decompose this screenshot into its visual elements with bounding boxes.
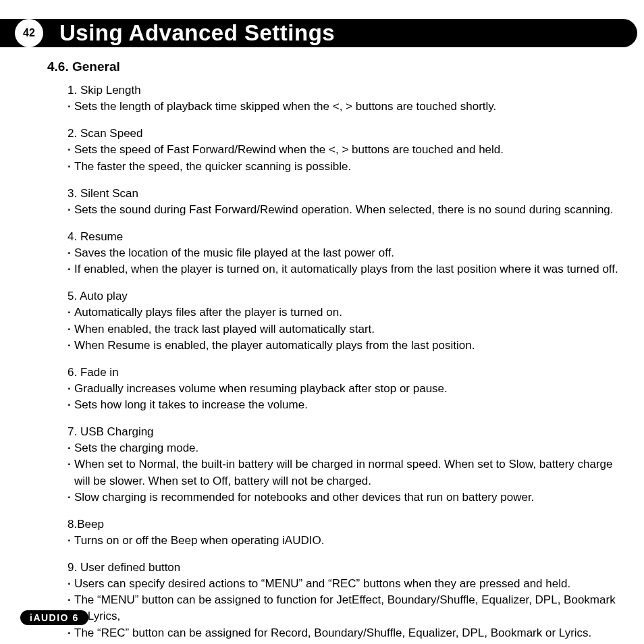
setting-item: 9. User defined buttonUsers can specify … (68, 560, 624, 641)
items-container: 1. Skip LengthSets the length of playbac… (47, 82, 624, 641)
setting-item-title: 2. Scan Speed (68, 126, 624, 142)
setting-item-title: 7. USB Charging (68, 424, 624, 440)
setting-item-title: 1. Skip Length (68, 82, 624, 99)
setting-item-bullet: Gradually increases volume when resuming… (68, 381, 624, 397)
chapter-title: Using Advanced Settings (59, 20, 335, 46)
setting-item: 8.BeepTurns on or off the Beep when oper… (68, 516, 624, 549)
setting-item-title: 5. Auto play (68, 288, 624, 304)
page-number: 42 (23, 27, 35, 39)
setting-item: 4. ResumeSaves the location of the music… (68, 229, 624, 277)
setting-item-title: 8.Beep (68, 516, 624, 533)
setting-item-bullet: The faster the speed, the quicker scanni… (68, 159, 624, 175)
setting-item: 6. Fade inGradually increases volume whe… (68, 365, 624, 413)
setting-item-bullet: If enabled, when the player is turned on… (68, 261, 624, 277)
section-heading: 4.6. General (47, 59, 624, 74)
setting-item-bullet: Turns on or off the Beep when operating … (68, 533, 624, 549)
page-number-badge: 42 (15, 19, 43, 47)
setting-item-bullet: Saves the location of the music file pla… (68, 245, 624, 261)
setting-item-bullet: The “REC” button can be assigned for Rec… (68, 625, 624, 641)
footer-badge: iAUDIO 6 (20, 610, 88, 625)
setting-item-bullet: The “MENU” button can be assigned to fun… (68, 592, 624, 624)
setting-item-bullet: Sets the length of playback time skipped… (68, 99, 624, 115)
setting-item-bullet: Automatically plays files after the play… (68, 304, 624, 321)
setting-item-bullet: Slow charging is recommended for noteboo… (68, 489, 624, 506)
setting-item-title: 9. User defined button (68, 560, 624, 576)
setting-item-bullet: When set to Normal, the built-in battery… (68, 456, 624, 489)
setting-item: 1. Skip LengthSets the length of playbac… (68, 82, 624, 115)
setting-item-bullet: Sets the sound during Fast Forward/Rewin… (68, 202, 624, 218)
setting-item-bullet: When enabled, the track last played will… (68, 321, 624, 338)
setting-item-title: 4. Resume (68, 229, 624, 245)
setting-item-bullet: Sets the speed of Fast Forward/Rewind wh… (68, 142, 624, 158)
chapter-header: 42 Using Advanced Settings (0, 19, 637, 47)
setting-item-bullet: Sets the charging mode. (68, 440, 624, 456)
content-area: 4.6. General 1. Skip LengthSets the leng… (0, 47, 644, 641)
setting-item-bullet: Sets how long it takes to increase the v… (68, 397, 624, 413)
setting-item: 7. USB ChargingSets the charging mode.Wh… (68, 424, 624, 506)
setting-item: 3. Silent ScanSets the sound during Fast… (68, 186, 624, 218)
setting-item-title: 3. Silent Scan (68, 186, 624, 202)
setting-item-bullet: Users can specify desired actions to “ME… (68, 576, 624, 592)
setting-item-bullet: When Resume is enabled, the player autom… (68, 338, 624, 354)
setting-item: 5. Auto playAutomatically plays files af… (68, 288, 624, 354)
setting-item-title: 6. Fade in (68, 365, 624, 381)
setting-item: 2. Scan SpeedSets the speed of Fast Forw… (68, 126, 624, 174)
